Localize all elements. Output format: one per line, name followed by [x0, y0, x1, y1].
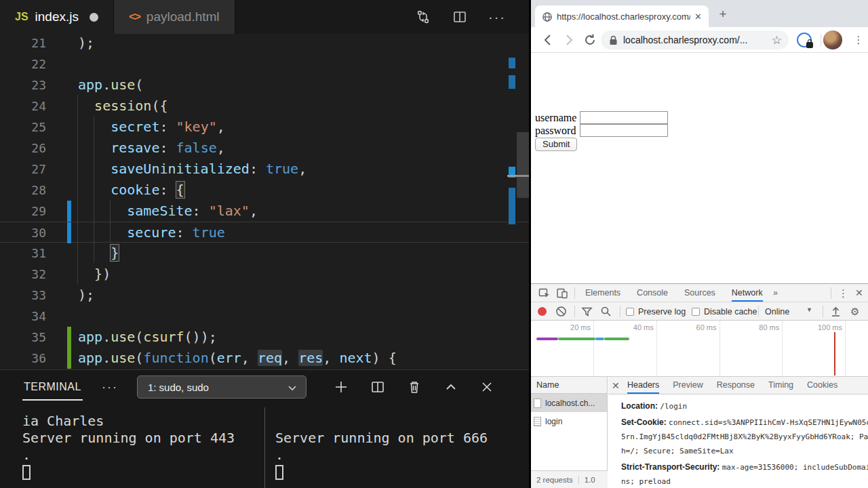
tab-payload-html[interactable]: <> payload.html: [114, 0, 235, 34]
divider: [574, 287, 575, 299]
devtools-tab-sources[interactable]: Sources: [684, 284, 715, 302]
code-line[interactable]: 31 }: [0, 243, 529, 264]
git-modified-marker: [67, 222, 71, 243]
line-number: 25: [0, 117, 46, 138]
devtools-main-tabs: ElementsConsoleSourcesNetwork: [585, 284, 763, 302]
code-line[interactable]: 32 }): [0, 264, 529, 285]
terminal-cursor: [22, 465, 31, 480]
javascript-file-icon: JS: [15, 11, 28, 23]
request-name: localhost.ch...: [545, 399, 595, 408]
code-line[interactable]: 36app.use(function(err, req, res, next) …: [0, 348, 529, 369]
code-line[interactable]: 30 secure: true: [0, 222, 529, 243]
terminal-title-tab[interactable]: TERMINAL: [22, 374, 83, 401]
browser-menu-icon[interactable]: ⋮: [852, 32, 865, 48]
terminal-session-dropdown[interactable]: 1: sudo, sudo: [137, 375, 307, 399]
code-line[interactable]: 21);: [0, 34, 529, 54]
search-icon[interactable]: [600, 306, 612, 317]
webpage: username password Submit: [531, 53, 868, 283]
editor-scrollbar[interactable]: [517, 132, 529, 198]
close-tab-icon[interactable]: ✕: [694, 12, 702, 22]
disable-cache-label: Disable cache: [704, 306, 757, 317]
more-actions-icon[interactable]: ···: [488, 9, 506, 25]
kill-terminal-trash-icon[interactable]: [407, 380, 422, 394]
screen: JS index.js <> payload.html: [0, 0, 868, 488]
code-line[interactable]: 26 resave: false,: [0, 138, 529, 159]
code-line[interactable]: 25 secret: "key",: [0, 117, 529, 138]
code-line[interactable]: 33);: [0, 285, 529, 306]
forward-icon[interactable]: [561, 32, 577, 48]
device-toolbar-icon[interactable]: [556, 287, 568, 300]
preserve-log-checkbox[interactable]: [626, 308, 634, 316]
username-field[interactable]: [580, 111, 668, 124]
vscode-window: JS index.js <> payload.html: [0, 0, 529, 488]
devtools-tab-network[interactable]: Network: [732, 284, 763, 302]
filter-funnel-icon[interactable]: [581, 306, 593, 317]
detail-tab-response[interactable]: Response: [717, 377, 755, 394]
tab-index-js[interactable]: JS index.js: [0, 0, 114, 34]
reload-icon[interactable]: [582, 32, 598, 48]
devtools-settings-gear-icon[interactable]: ⚙: [850, 302, 859, 321]
response-headers-content[interactable]: Location: /loginSet-Cookie: connect.sid=…: [608, 394, 868, 488]
browser-tab[interactable]: https://localhost.charlesproxy.com/ ✕: [535, 5, 709, 27]
code-line[interactable]: 22: [0, 54, 529, 75]
password-field[interactable]: [580, 124, 668, 137]
code-line[interactable]: 34: [0, 306, 529, 327]
detail-tab-preview[interactable]: Preview: [673, 377, 703, 394]
detail-tab-cookies[interactable]: Cookies: [807, 377, 837, 394]
unsaved-changes-dot-icon[interactable]: [90, 13, 98, 22]
close-detail-icon[interactable]: ✕: [612, 377, 620, 394]
lock-icon[interactable]: [609, 34, 618, 46]
inspect-element-icon[interactable]: [538, 287, 551, 300]
code-line[interactable]: 28 cookie: {: [0, 180, 529, 201]
devtools-tab-console[interactable]: Console: [637, 284, 668, 302]
close-panel-icon[interactable]: [480, 380, 494, 394]
devtools-tab-elements[interactable]: Elements: [585, 284, 620, 302]
terminal-pane-left[interactable]: ia CharlesServer running on port 443.: [0, 407, 264, 488]
name-column-header[interactable]: Name: [531, 377, 607, 394]
timeline-gridline: [845, 321, 846, 376]
detail-tab-headers[interactable]: Headers: [627, 377, 659, 394]
split-terminal-icon[interactable]: [370, 380, 385, 394]
more-tabs-chevron[interactable]: »: [773, 284, 778, 302]
profile-avatar[interactable]: [823, 30, 842, 49]
back-icon[interactable]: [540, 32, 556, 48]
split-editor-icon[interactable]: [452, 9, 468, 25]
throttling-dropdown[interactable]: Online: [765, 306, 789, 317]
network-overview-timeline[interactable]: 20 ms40 ms60 ms80 ms100 ms: [531, 321, 868, 377]
indent-guide: [77, 95, 78, 284]
dropdown-arrow-icon[interactable]: ▼: [806, 306, 812, 313]
new-tab-button[interactable]: +: [715, 7, 730, 22]
detail-tab-timing[interactable]: Timing: [768, 377, 793, 394]
code-editor[interactable]: 21);2223app.use(24 session({25 secret: "…: [0, 34, 529, 369]
code-line[interactable]: 29 sameSite: "lax",: [0, 201, 529, 222]
maximize-panel-chevron-icon[interactable]: [443, 380, 458, 394]
request-name: login: [545, 417, 562, 426]
devtools-close-icon[interactable]: ✕: [855, 284, 863, 302]
open-changes-icon[interactable]: [415, 9, 431, 25]
line-number: 34: [0, 306, 46, 327]
divider: [831, 287, 831, 299]
clear-network-log-icon[interactable]: [555, 306, 567, 317]
line-number: 30: [0, 222, 46, 243]
line-number: 21: [0, 34, 46, 54]
network-request-row[interactable]: login: [531, 412, 607, 430]
code-text: );: [78, 285, 94, 306]
code-line[interactable]: 23app.use(: [0, 75, 529, 96]
submit-button[interactable]: Submit: [535, 138, 577, 151]
address-bar[interactable]: localhost.charlesproxy.com/... ☆: [601, 30, 789, 49]
devtools-menu-icon[interactable]: ⋮: [838, 284, 848, 302]
disable-cache-checkbox[interactable]: [692, 308, 700, 316]
record-network-log-icon[interactable]: [538, 307, 547, 316]
code-text: );: [78, 34, 94, 54]
code-line[interactable]: 24 session({: [0, 96, 529, 117]
bookmark-star-icon[interactable]: ☆: [772, 33, 782, 47]
code-line[interactable]: 35app.use(csurf());: [0, 327, 529, 348]
import-har-upload-icon[interactable]: [830, 306, 842, 317]
terminal-pane-right[interactable]: Server running on port 666.: [265, 407, 529, 488]
network-request-row[interactable]: localhost.ch...: [531, 394, 607, 412]
new-terminal-icon[interactable]: [334, 380, 349, 394]
terminal-more-icon[interactable]: ···: [102, 380, 118, 394]
password-manager-extension-icon[interactable]: [797, 33, 812, 47]
code-line[interactable]: 27 saveUninitialized: true,: [0, 159, 529, 180]
overview-modified-mark: [509, 58, 515, 68]
